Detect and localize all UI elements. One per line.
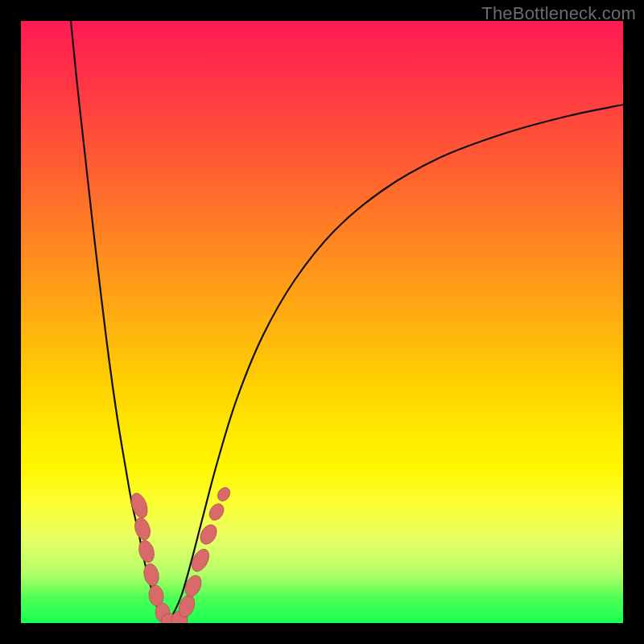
data-points xyxy=(128,485,233,623)
data-point xyxy=(182,573,204,600)
curve-left xyxy=(71,21,167,623)
data-point xyxy=(206,501,226,522)
chart-frame: TheBottleneck.com xyxy=(0,0,644,644)
curve-right xyxy=(167,105,623,623)
data-point xyxy=(128,491,151,520)
data-point xyxy=(215,485,233,504)
data-point xyxy=(136,539,156,564)
chart-svg xyxy=(21,21,623,623)
plot-area xyxy=(21,21,623,623)
